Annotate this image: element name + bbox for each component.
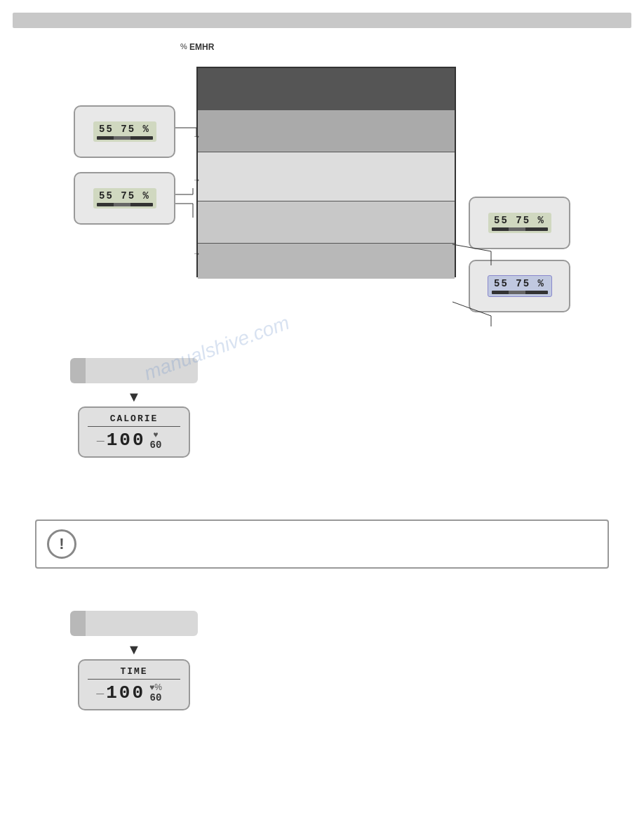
time-display: TIME — 100 ♥% 60 — [78, 659, 190, 710]
lcd-numbers-left-top: 55 75 % — [99, 124, 150, 135]
chart-row-1 — [198, 68, 455, 110]
chart-row-3 — [198, 152, 455, 201]
time-display-label: TIME — [88, 666, 180, 680]
chart-row-5 — [198, 244, 455, 279]
lcd-bar-left-top — [97, 136, 153, 140]
lcd-left-top: 55 75 % — [74, 105, 175, 158]
lcd-numbers-right-bottom: 55 75 % — [494, 278, 545, 289]
calorie-label-box — [86, 358, 198, 383]
calorie-arrow: ▼ — [127, 389, 141, 405]
percent-label: % — [180, 42, 187, 51]
lcd-screen-left-bottom: 55 75 % — [93, 188, 156, 208]
chart-row-2 — [198, 110, 455, 152]
arrow-3 — [193, 249, 201, 258]
arrow-1 — [193, 132, 201, 140]
arrow-2 — [193, 176, 201, 184]
emhr-chart — [196, 67, 456, 277]
lcd-bar-right-top — [492, 227, 548, 231]
calorie-section: ▼ CALORIE — 100 ♥ 60 — [70, 358, 198, 458]
notice-box: ! — [35, 519, 609, 569]
heart-icon-calorie: ♥ — [153, 430, 158, 439]
lcd-numbers-left-bottom: 55 75 % — [99, 190, 150, 201]
calorie-small-number: 60 — [150, 439, 162, 451]
lcd-screen-right-bottom: 55 75 % — [488, 275, 552, 297]
time-right-info: ♥% 60 — [149, 682, 162, 703]
time-label-tab — [70, 611, 86, 636]
lcd-left-bottom: 55 75 % — [74, 172, 175, 225]
heart-icon-time: ♥% — [149, 682, 162, 692]
calorie-right-info: ♥ 60 — [150, 430, 162, 451]
chart-section: % EMHR 55 75 % 55 75 % 55 75 % — [35, 42, 609, 309]
lcd-screen-right-top: 55 75 % — [488, 213, 551, 233]
time-display-row: — 100 ♥% 60 — [88, 682, 180, 703]
time-big-number: 100 — [106, 682, 145, 703]
notice-icon: ! — [47, 529, 76, 559]
time-label-box — [86, 611, 198, 636]
lcd-right-bottom: 55 75 % — [469, 260, 570, 312]
lcd-bar-left-bottom — [97, 203, 153, 206]
calorie-label-tab — [70, 358, 86, 383]
calorie-display-label: CALORIE — [88, 413, 180, 427]
lcd-screen-left-top: 55 75 % — [93, 121, 156, 142]
time-small-number: 60 — [149, 692, 161, 703]
time-arrow: ▼ — [127, 642, 141, 658]
top-bar — [13, 13, 631, 28]
calorie-big-number: 100 — [107, 430, 146, 451]
notice-exclamation: ! — [59, 535, 64, 553]
lcd-bar-right-bottom — [492, 291, 548, 294]
emhr-label: EMHR — [189, 42, 214, 52]
calorie-display: CALORIE — 100 ♥ 60 — [78, 406, 190, 458]
calorie-display-row: — 100 ♥ 60 — [88, 430, 180, 451]
time-left-indicator: — — [96, 689, 104, 697]
lcd-numbers-right-top: 55 75 % — [494, 215, 545, 226]
chart-row-4 — [198, 201, 455, 244]
time-section: ▼ TIME — 100 ♥% 60 — [70, 611, 198, 710]
lcd-right-top: 55 75 % — [469, 197, 570, 249]
calorie-left-indicator: — — [97, 436, 105, 444]
